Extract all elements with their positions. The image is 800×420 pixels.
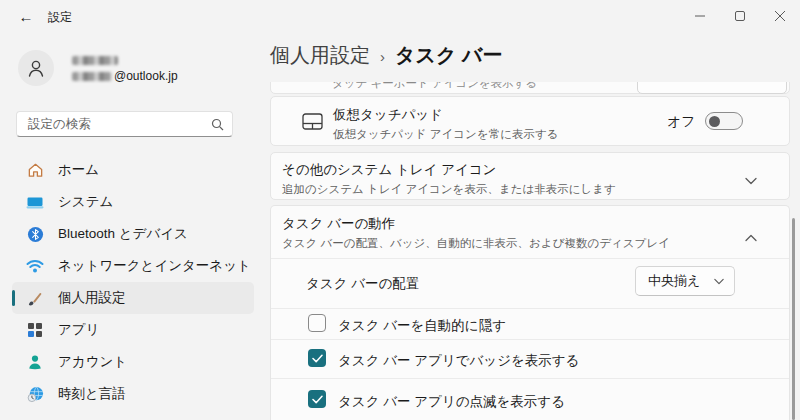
sidebar-item-home[interactable]: ホーム — [12, 154, 254, 186]
personalization-icon — [26, 289, 44, 307]
sidebar-item-apps[interactable]: アプリ — [12, 314, 254, 346]
sidebar-nav: ホーム システム Bluetooth とデバイス ネットワークとインターネッ — [12, 154, 254, 410]
taskbar-behavior-title: タスク バーの動作 — [282, 215, 670, 233]
bluetooth-icon — [26, 225, 44, 243]
search-icon — [211, 118, 224, 131]
virtual-touchpad-row: 仮想タッチパッド 仮想タッチパッド アイコンを常に表示する オフ — [270, 96, 790, 146]
touchpad-icon — [302, 112, 323, 135]
search-input[interactable]: 設定の検索 — [16, 111, 233, 137]
show-badges-checkbox[interactable] — [308, 349, 326, 367]
close-button[interactable] — [760, 0, 800, 32]
clipped-dropdown[interactable] — [637, 82, 787, 94]
system-icon — [26, 193, 44, 211]
show-flashing-checkbox[interactable] — [308, 390, 326, 408]
time-language-icon — [26, 385, 44, 403]
sidebar-item-label: ネットワークとインターネット — [58, 257, 251, 275]
taskbar-behavior-group: タスク バーの動作 タスク バーの配置、バッジ、自動的に非表示、および複数のディ… — [270, 205, 790, 420]
sidebar-item-label: 個人用設定 — [58, 289, 126, 307]
chevron-up-icon — [745, 228, 757, 246]
system-tray-subtitle: 追加のシステム トレイ アイコンを表示、または非表示にします — [282, 182, 616, 197]
sidebar-item-label: アカウント — [58, 353, 127, 371]
virtual-touchpad-subtitle: 仮想タッチパッド アイコンを常に表示する — [333, 127, 558, 142]
sidebar-item-label: 時刻と言語 — [58, 385, 126, 403]
user-email-suffix: @outlook.jp — [114, 69, 178, 83]
row-divider — [271, 339, 789, 340]
user-name-redacted — [72, 56, 118, 65]
minimize-button[interactable] — [680, 0, 720, 32]
sidebar-item-label: システム — [58, 193, 113, 211]
sidebar-item-bluetooth-devices[interactable]: Bluetooth とデバイス — [12, 218, 254, 250]
user-email-redacted — [72, 72, 112, 81]
checkmark-icon — [312, 354, 323, 363]
sidebar-item-system[interactable]: システム — [12, 186, 254, 218]
minimize-icon — [695, 11, 705, 21]
auto-hide-label: タスク バーを自動的に隠す — [338, 317, 506, 335]
sidebar: @outlook.jp 設定の検索 ホーム システム Bluetooth とデバ… — [0, 32, 258, 420]
page-title: タスク バー — [395, 42, 502, 69]
system-tray-expander[interactable]: その他のシステム トレイ アイコン 追加のシステム トレイ アイコンを表示、また… — [270, 152, 790, 200]
row-divider — [271, 258, 789, 259]
row-divider — [271, 378, 789, 379]
chevron-right-icon: › — [380, 46, 385, 65]
sidebar-item-accounts[interactable]: アカウント — [12, 346, 254, 378]
clipped-row-subtitle: タッチ キーボード アイコンを表示する — [332, 82, 537, 91]
show-badges-label: タスク バー アプリでバッジを表示する — [338, 352, 579, 370]
taskbar-behavior-header[interactable]: タスク バーの動作 タスク バーの配置、バッジ、自動的に非表示、および複数のディ… — [271, 206, 789, 258]
sidebar-item-label: アプリ — [58, 321, 99, 339]
chevron-down-icon — [745, 171, 757, 189]
back-button[interactable]: ← — [14, 5, 38, 27]
maximize-button[interactable] — [720, 0, 760, 32]
settings-scroll-area: タッチ キーボード アイコンを表示する 仮想タッチパッド 仮想タッチパッド アイ… — [266, 82, 800, 420]
breadcrumb-parent[interactable]: 個人用設定 — [270, 42, 370, 69]
virtual-touchpad-toggle[interactable] — [705, 112, 743, 130]
breadcrumb: 個人用設定 › タスク バー — [270, 42, 502, 69]
sidebar-item-time-language[interactable]: 時刻と言語 — [12, 378, 254, 410]
person-icon — [25, 57, 47, 79]
toggle-state-label: オフ — [667, 113, 695, 131]
taskbar-behavior-subtitle: タスク バーの配置、バッジ、自動的に非表示、および複数のディスプレイ — [282, 236, 670, 251]
search-placeholder: 設定の検索 — [28, 116, 211, 133]
app-title: 設定 — [48, 9, 72, 26]
checkmark-icon — [312, 395, 323, 404]
avatar[interactable] — [18, 50, 54, 86]
taskbar-alignment-value: 中央揃え — [648, 272, 714, 290]
vertical-scrollbar[interactable] — [792, 218, 795, 420]
close-icon — [775, 11, 785, 21]
accounts-icon — [26, 353, 44, 371]
chevron-down-icon — [714, 278, 724, 285]
selected-accent-bar — [12, 290, 15, 306]
sidebar-item-network-internet[interactable]: ネットワークとインターネット — [12, 250, 254, 282]
wifi-icon — [26, 257, 44, 275]
taskbar-alignment-dropdown[interactable]: 中央揃え — [635, 266, 735, 296]
sidebar-item-label: Bluetooth とデバイス — [58, 225, 188, 243]
virtual-touchpad-title: 仮想タッチパッド — [333, 106, 558, 124]
maximize-icon — [735, 11, 745, 21]
row-divider — [271, 308, 789, 309]
sidebar-item-personalization[interactable]: 個人用設定 — [12, 282, 254, 314]
toggle-knob — [709, 116, 720, 127]
apps-icon — [26, 321, 44, 339]
sidebar-item-label: ホーム — [58, 161, 99, 179]
title-bar: ← 設定 — [0, 0, 800, 32]
window-controls — [680, 0, 800, 32]
system-tray-title: その他のシステム トレイ アイコン — [282, 161, 616, 179]
show-flashing-label: タスク バー アプリの点滅を表示する — [338, 393, 565, 411]
auto-hide-checkbox[interactable] — [308, 314, 326, 332]
home-icon — [26, 161, 44, 179]
taskbar-alignment-label: タスク バーの配置 — [306, 275, 419, 293]
